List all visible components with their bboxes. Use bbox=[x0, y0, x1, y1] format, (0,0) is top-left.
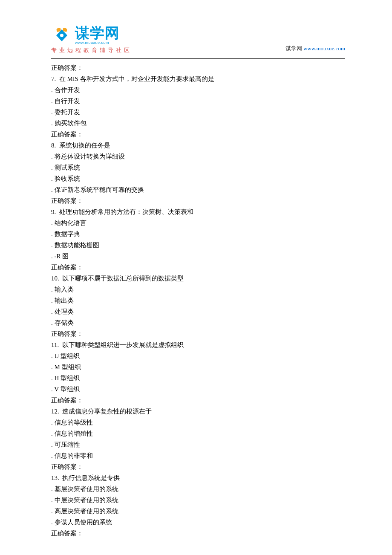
header-divider bbox=[51, 58, 345, 59]
question-stem: 12. 造成信息分享复杂性的根源在于 bbox=[51, 406, 345, 417]
answer-label: 正确答案： bbox=[51, 395, 345, 406]
question-option: . 自行开发 bbox=[51, 95, 345, 107]
answer-label: 正确答案： bbox=[51, 195, 345, 206]
question-option: . 基层决策者使用的系统 bbox=[51, 483, 345, 494]
question-stem: 9. 处理功能分析常用的方法有：决策树、决策表和 bbox=[51, 206, 345, 217]
question-option: . 测试系统 bbox=[51, 162, 345, 173]
answer-label: 正确答案： bbox=[51, 461, 345, 472]
question-stem: 7. 在 MIS 各种开发方式中，对企业开发能力要求最高的是 bbox=[51, 73, 345, 84]
question-option: . 输出类 bbox=[51, 295, 345, 306]
question-stem: 11. 以下哪种类型组织进一步发展就是虚拟组织 bbox=[51, 339, 345, 350]
logo-tagline: 专业远程教育辅导社区 bbox=[51, 46, 132, 54]
question-option: . V 型组织 bbox=[51, 384, 345, 395]
question-option: . 合作开发 bbox=[51, 84, 345, 95]
question-option: . 保证新老系统平稳而可靠的交换 bbox=[51, 184, 345, 195]
question-option: . 信息的等级性 bbox=[51, 417, 345, 428]
document-body: 正确答案：7. 在 MIS 各种开发方式中，对企业开发能力要求最高的是. 合作开… bbox=[51, 62, 345, 539]
question-option: . H 型组织 bbox=[51, 373, 345, 384]
question-stem: 10. 以下哪项不属于数据汇总所得到的数据类型 bbox=[51, 273, 345, 284]
question-option: . 数据字典 bbox=[51, 228, 345, 240]
answer-label: 正确答案： bbox=[51, 328, 345, 339]
question-option: . 委托开发 bbox=[51, 107, 345, 118]
logo-name-cn: 谋学网 bbox=[75, 26, 120, 40]
answer-label: 正确答案： bbox=[51, 129, 345, 140]
svg-point-0 bbox=[60, 34, 63, 37]
question-option: . 信息的增殖性 bbox=[51, 428, 345, 439]
document-page: 谋学网 www.mouxue.com 专业远程教育辅导社区 谋学网 www.mo… bbox=[0, 0, 392, 555]
question-option: . 购买软件包 bbox=[51, 118, 345, 129]
question-option: . -R 图 bbox=[51, 251, 345, 262]
header-right-prefix: 谋学网 bbox=[285, 45, 303, 52]
page-header: 谋学网 www.mouxue.com 专业远程教育辅导社区 谋学网 www.mo… bbox=[51, 26, 345, 54]
question-option: . 信息的非零和 bbox=[51, 450, 345, 461]
question-option: . 将总体设计转换为详细设 bbox=[51, 151, 345, 162]
logo-main: 谋学网 www.mouxue.com bbox=[51, 26, 132, 45]
header-right: 谋学网 www.mouxue.com bbox=[285, 45, 345, 54]
question-option: . 中层决策者使用的系统 bbox=[51, 494, 345, 506]
logo-block: 谋学网 www.mouxue.com 专业远程教育辅导社区 bbox=[51, 26, 132, 54]
question-option: . 参谋人员使用的系统 bbox=[51, 517, 345, 528]
question-option: . 可压缩性 bbox=[51, 439, 345, 450]
question-option: . 结构化语言 bbox=[51, 217, 345, 228]
answer-label: 正确答案： bbox=[51, 528, 345, 539]
logo-icon bbox=[51, 26, 72, 45]
answer-label: 正确答案： bbox=[51, 262, 345, 273]
question-option: . U 型组织 bbox=[51, 350, 345, 361]
question-option: . M 型组织 bbox=[51, 361, 345, 373]
question-option: . 存储类 bbox=[51, 317, 345, 328]
question-option: . 处理类 bbox=[51, 306, 345, 317]
question-option: . 高层决策者使用的系统 bbox=[51, 506, 345, 517]
question-option: . 数据功能格栅图 bbox=[51, 240, 345, 251]
question-option: . 验收系统 bbox=[51, 173, 345, 184]
question-stem: 13. 执行信息系统是专供 bbox=[51, 472, 345, 483]
logo-url-text: www.mouxue.com bbox=[75, 40, 120, 45]
header-link[interactable]: www.mouxue.com bbox=[303, 45, 345, 52]
question-stem: 8. 系统切换的任务是 bbox=[51, 140, 345, 151]
answer-label: 正确答案： bbox=[51, 62, 345, 73]
logo-text-group: 谋学网 www.mouxue.com bbox=[75, 26, 120, 45]
question-option: . 输入类 bbox=[51, 284, 345, 295]
